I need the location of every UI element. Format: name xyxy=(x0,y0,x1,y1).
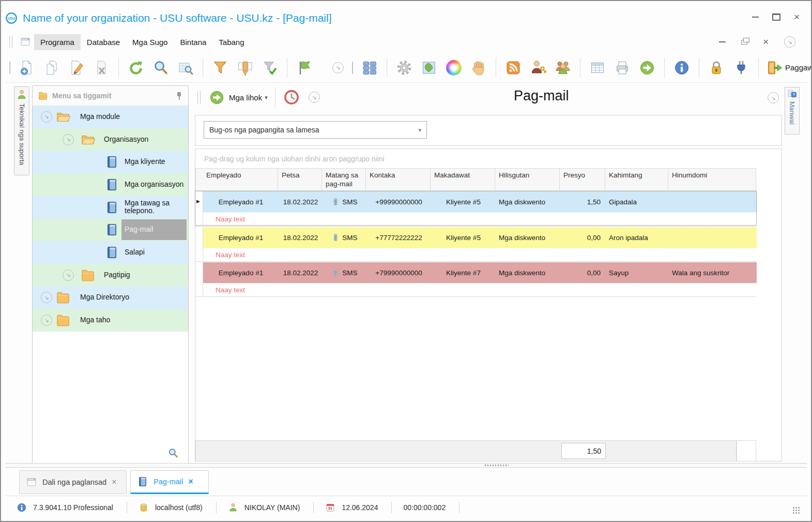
column-header-hinumdomi[interactable]: Hinumdomi xyxy=(668,168,756,191)
rss-icon[interactable] xyxy=(505,59,522,76)
edit-record-icon[interactable] xyxy=(68,59,85,76)
manual-tab-label: Manwal xyxy=(788,101,796,125)
actionbar-drag-handle[interactable] xyxy=(197,91,201,103)
refresh-icon[interactable] xyxy=(128,59,144,76)
right-overflow-icon[interactable] xyxy=(768,92,779,103)
print-icon[interactable] xyxy=(614,59,631,76)
search-in-table-icon[interactable] xyxy=(177,59,194,76)
new-record-icon[interactable] xyxy=(19,59,35,76)
tree-item-pag-mail[interactable]: Pag-mail xyxy=(33,218,188,241)
hand-icon[interactable] xyxy=(470,59,487,76)
horizontal-splitter[interactable] xyxy=(5,463,807,468)
tree-item-mga-taho[interactable]: Mga taho xyxy=(33,309,188,332)
tree-item-salapi[interactable]: Salapi xyxy=(33,241,188,264)
folder-icon xyxy=(80,267,96,283)
tree-item-organisasyon[interactable]: Organisasyon xyxy=(33,128,188,151)
tree-item-mga-module[interactable]: Mga module xyxy=(33,106,188,128)
resize-grip[interactable] xyxy=(792,506,801,515)
tree-item-mga-direktoryo[interactable]: Mga Direktoryo xyxy=(33,287,188,309)
column-header-empleyado[interactable]: Empleyado xyxy=(203,168,278,191)
exit-button[interactable] xyxy=(765,59,782,76)
program-window-icon xyxy=(20,36,31,48)
export-icon[interactable] xyxy=(639,59,655,76)
modules-icon[interactable] xyxy=(361,59,378,76)
technical-support-tab[interactable]: Teknikal nga suporta xyxy=(14,86,29,175)
mdi-restore-icon[interactable] xyxy=(741,40,747,44)
mdi-window-controls xyxy=(719,36,795,48)
search-mode-dropdown[interactable]: Bug-os nga pagpangita sa lamesa xyxy=(204,121,427,139)
expand-icon[interactable] xyxy=(41,315,52,326)
tree-item-mga-kliyente[interactable]: Mga kliyente xyxy=(33,151,188,173)
scheduler-clock-icon[interactable] xyxy=(283,88,300,106)
status-bar: 7.3.9041.10 Professional localhost (utf8… xyxy=(5,496,807,519)
column-header-kontaka[interactable]: Kontaka xyxy=(366,168,431,191)
quick-launch-window-icon xyxy=(26,476,37,488)
column-header-petsa[interactable]: Petsa xyxy=(278,168,322,191)
actions-caret-icon[interactable] xyxy=(265,94,268,101)
pin-icon[interactable] xyxy=(176,91,183,100)
color-scheme-icon[interactable] xyxy=(446,60,462,76)
menu-database[interactable]: Database xyxy=(81,34,126,50)
current-user-icon xyxy=(228,502,238,513)
close-icon[interactable] xyxy=(794,13,800,21)
saved-filters-icon[interactable] xyxy=(262,59,278,76)
copy-record-icon[interactable] xyxy=(43,59,60,76)
menu-bintana[interactable]: Bintana xyxy=(174,34,212,50)
collapse-icon[interactable] xyxy=(41,111,52,123)
splitter-handle[interactable] xyxy=(485,465,509,466)
column-header-makadawat[interactable]: Makadawat xyxy=(431,168,495,191)
menubar-drag-handle[interactable] xyxy=(9,36,12,48)
tree-item-pagtipig[interactable]: Pagtipig xyxy=(33,264,188,287)
tab-dali-nga-paglansad[interactable]: Dali nga paglansad xyxy=(19,470,127,494)
plugin-icon[interactable] xyxy=(733,59,749,76)
menu-mga-sugo[interactable]: Mga Sugo xyxy=(126,34,174,50)
tree-search-icon[interactable] xyxy=(167,448,179,459)
minimize-icon[interactable] xyxy=(752,17,759,18)
lock-icon[interactable] xyxy=(708,59,725,76)
folder-icon xyxy=(55,312,71,328)
user-menu-title: Menu sa tiggamit xyxy=(52,92,176,100)
book-icon xyxy=(105,245,119,259)
column-header-hilisgutan[interactable]: Hilisgutan xyxy=(495,168,560,191)
table-row[interactable]: Empleyado #1 18.02.2022 SMS +79990000000… xyxy=(195,262,756,296)
tree-item-mga-organisasyon[interactable]: Mga organisasyon xyxy=(33,173,188,196)
expand-icon[interactable] xyxy=(41,292,52,303)
map-icon[interactable] xyxy=(421,59,437,76)
menubar-overflow-icon[interactable] xyxy=(784,36,795,48)
exit-label[interactable]: Paggawas xyxy=(785,63,812,72)
table-row[interactable]: Empleyado #1 18.02.2022 SMS +77772222222… xyxy=(195,227,756,261)
manual-tab[interactable]: Manwal xyxy=(785,87,800,135)
current-row-marker-icon xyxy=(196,199,200,204)
tree-item-mga-tawag[interactable]: Mga tawag sa telepono. xyxy=(33,196,188,219)
toolbar-overflow-icon[interactable] xyxy=(332,62,344,73)
table-view-icon[interactable] xyxy=(589,59,606,76)
toolbar-drag-handle[interactable] xyxy=(9,62,10,74)
user-permissions-icon[interactable] xyxy=(530,59,546,76)
mdi-close-icon[interactable] xyxy=(763,38,769,46)
mdi-minimize-icon[interactable] xyxy=(719,41,726,42)
column-header-kahimtang[interactable]: Kahimtang xyxy=(605,168,668,191)
menu-tabang[interactable]: Tabang xyxy=(212,34,250,50)
current-date: 12.06.2024 xyxy=(342,503,378,512)
collapse-icon[interactable] xyxy=(63,134,74,145)
filter-columns-icon[interactable] xyxy=(237,59,253,76)
actionbar-overflow-icon[interactable] xyxy=(309,92,320,103)
actions-button[interactable]: Mga lihok xyxy=(229,93,262,102)
tab-close-icon[interactable] xyxy=(112,478,116,487)
tab-close-icon[interactable] xyxy=(188,477,193,486)
actions-go-icon[interactable] xyxy=(209,90,225,106)
users-group-icon[interactable] xyxy=(555,59,571,76)
table-row[interactable]: Empleyado #1 18.02.2022 SMS +99990000000… xyxy=(195,191,756,225)
tab-pag-mail[interactable]: Pag-mail xyxy=(130,470,209,494)
filter-icon[interactable] xyxy=(212,59,228,76)
info-icon[interactable] xyxy=(673,59,690,76)
expand-icon[interactable] xyxy=(63,270,74,281)
column-header-matang[interactable]: Matang sa pag-mail xyxy=(322,168,366,191)
search-icon[interactable] xyxy=(152,59,169,76)
menu-programa[interactable]: Programa xyxy=(34,34,81,50)
flag-icon[interactable] xyxy=(296,59,313,76)
delete-record-icon[interactable] xyxy=(93,59,110,76)
column-header-presyo[interactable]: Presyo xyxy=(560,168,605,191)
maximize-icon[interactable] xyxy=(772,13,780,21)
settings-gear-icon[interactable] xyxy=(396,59,412,76)
